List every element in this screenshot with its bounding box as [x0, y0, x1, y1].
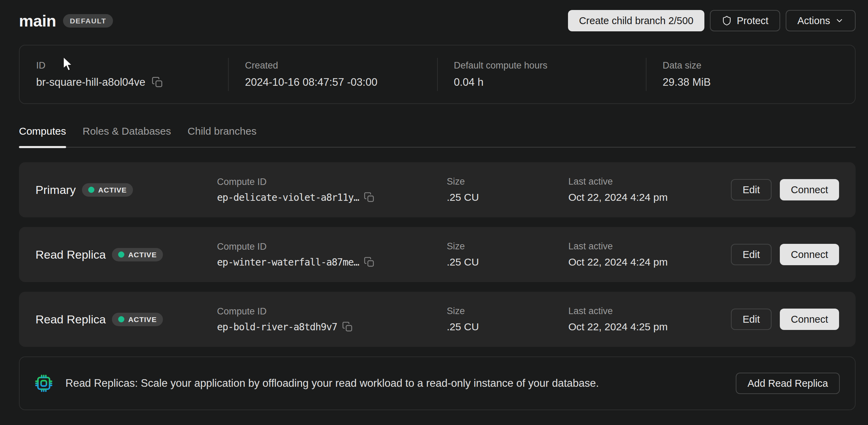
last-active-value: Oct 22, 2024 4:25 pm: [568, 321, 668, 333]
status-dot: [118, 316, 124, 322]
info-cell-data-size: Data size 29.38 MiB: [646, 60, 855, 89]
default-badge: DEFAULT: [63, 14, 113, 28]
info-label: Created: [245, 60, 437, 71]
status-label: ACTIVE: [98, 186, 127, 194]
compute-name: Read Replica ACTIVE: [35, 313, 217, 326]
status-badge: ACTIVE: [112, 313, 163, 326]
edit-button[interactable]: Edit: [731, 309, 772, 330]
last-active-header: Last active: [568, 306, 731, 317]
size-value: .25 CU: [447, 321, 479, 333]
status-dot: [88, 187, 94, 193]
last-active-value: Oct 22, 2024 4:24 pm: [568, 256, 668, 268]
compute-name: Read Replica ACTIVE: [35, 248, 217, 261]
tab-roles-databases[interactable]: Roles & Databases: [83, 125, 171, 147]
edit-button[interactable]: Edit: [731, 179, 772, 200]
compute-name-label: Read Replica: [35, 313, 106, 326]
actions-label: Actions: [797, 16, 830, 26]
cpu-chip-icon: [34, 373, 54, 393]
size-header: Size: [447, 306, 568, 317]
compute-id-header: Compute ID: [217, 306, 447, 317]
branch-info-card: ID br-square-hill-a8ol04ve Created 2024-…: [19, 45, 856, 104]
header-actions: Create child branch 2/500 Protect Action…: [568, 10, 856, 31]
tab-computes[interactable]: Computes: [19, 125, 66, 147]
compute-row-read-replica-2: Read Replica ACTIVE Compute ID ep-bold-r…: [19, 292, 856, 347]
size-cell: Size .25 CU: [447, 306, 568, 333]
size-cell: Size .25 CU: [447, 241, 568, 268]
compute-id-cell: Compute ID ep-delicate-violet-a8r11y…: [217, 177, 447, 203]
copy-icon[interactable]: [364, 257, 375, 268]
row-buttons: Edit Connect: [731, 309, 839, 330]
compute-name-label: Primary: [35, 183, 76, 197]
compute-id-cell: Compute ID ep-bold-river-a8tdh9v7: [217, 306, 447, 333]
size-cell: Size .25 CU: [447, 176, 568, 203]
last-active-value: Oct 22, 2024 4:24 pm: [568, 191, 668, 203]
size-value: .25 CU: [447, 191, 479, 203]
copy-icon[interactable]: [152, 76, 163, 88]
branch-header: main DEFAULT Create child branch 2/500 P…: [19, 10, 856, 32]
created-value: 2024-10-16 08:47:57 -03:00: [245, 76, 377, 89]
size-header: Size: [447, 176, 568, 187]
last-active-header: Last active: [568, 176, 731, 187]
create-child-branch-button[interactable]: Create child branch 2/500: [568, 10, 704, 31]
chevron-down-icon: [835, 16, 844, 25]
connect-button[interactable]: Connect: [780, 179, 839, 200]
size-header: Size: [447, 241, 568, 252]
branch-tabs: Computes Roles & Databases Child branche…: [19, 125, 856, 148]
edit-button[interactable]: Edit: [731, 244, 772, 265]
status-dot: [118, 251, 124, 258]
copy-icon[interactable]: [342, 321, 353, 332]
actions-button[interactable]: Actions: [786, 10, 856, 31]
status-badge: ACTIVE: [112, 248, 163, 261]
row-buttons: Edit Connect: [731, 244, 839, 265]
create-child-branch-label: Create child branch 2/500: [579, 16, 693, 26]
compute-id-value: ep-bold-river-a8tdh9v7: [217, 321, 337, 333]
last-active-cell: Last active Oct 22, 2024 4:24 pm: [568, 241, 731, 268]
last-active-header: Last active: [568, 241, 731, 252]
row-buttons: Edit Connect: [731, 179, 839, 200]
read-replica-banner: Read Replicas: Scale your application by…: [19, 356, 856, 410]
compute-row-read-replica-1: Read Replica ACTIVE Compute ID ep-winter…: [19, 227, 856, 282]
info-label: Data size: [663, 60, 855, 71]
tab-child-branches[interactable]: Child branches: [188, 125, 257, 147]
connect-button[interactable]: Connect: [780, 244, 839, 265]
compute-name: Primary ACTIVE: [35, 183, 217, 197]
last-active-cell: Last active Oct 22, 2024 4:25 pm: [568, 306, 731, 333]
compute-id-header: Compute ID: [217, 241, 447, 252]
info-label: Default compute hours: [454, 60, 646, 71]
size-value: .25 CU: [447, 256, 479, 268]
compute-hours-value: 0.04 h: [454, 76, 484, 89]
status-label: ACTIVE: [128, 251, 157, 258]
data-size-value: 29.38 MiB: [663, 76, 711, 89]
status-label: ACTIVE: [128, 316, 157, 323]
add-read-replica-button[interactable]: Add Read Replica: [736, 373, 840, 394]
compute-row-primary: Primary ACTIVE Compute ID ep-delicate-vi…: [19, 162, 856, 217]
protect-label: Protect: [737, 16, 768, 26]
shield-icon: [722, 15, 732, 26]
last-active-cell: Last active Oct 22, 2024 4:24 pm: [568, 176, 731, 203]
info-cell-created: Created 2024-10-16 08:47:57 -03:00: [228, 60, 437, 89]
info-cell-id: ID br-square-hill-a8ol04ve: [20, 60, 228, 89]
banner-text: Read Replicas: Scale your application by…: [65, 377, 724, 390]
info-cell-compute-hours: Default compute hours 0.04 h: [437, 60, 646, 89]
branch-id-value: br-square-hill-a8ol04ve: [36, 76, 145, 89]
compute-id-header: Compute ID: [217, 177, 447, 187]
compute-name-label: Read Replica: [35, 248, 106, 261]
compute-id-value: ep-delicate-violet-a8r11y…: [217, 192, 359, 203]
protect-button[interactable]: Protect: [710, 10, 780, 31]
connect-button[interactable]: Connect: [780, 309, 839, 330]
compute-id-value: ep-winter-waterfall-a87me…: [217, 257, 359, 268]
computes-list: Primary ACTIVE Compute ID ep-delicate-vi…: [19, 162, 856, 347]
info-label: ID: [36, 60, 228, 71]
page-title: main: [19, 11, 56, 30]
status-badge: ACTIVE: [82, 183, 133, 197]
title-wrap: main DEFAULT: [19, 11, 113, 30]
compute-id-cell: Compute ID ep-winter-waterfall-a87me…: [217, 241, 447, 268]
copy-icon[interactable]: [364, 192, 375, 203]
